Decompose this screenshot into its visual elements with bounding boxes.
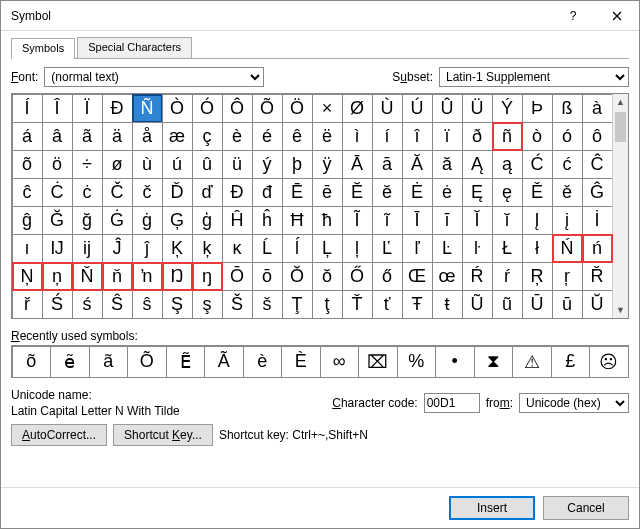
char-cell[interactable]: ĩ: [372, 206, 403, 235]
char-cell[interactable]: î: [402, 122, 433, 151]
char-cell[interactable]: ô: [582, 122, 613, 151]
recent-cell[interactable]: È: [281, 346, 321, 378]
char-cell[interactable]: Į: [522, 206, 553, 235]
close-button[interactable]: [595, 1, 639, 31]
char-cell[interactable]: ĺ: [282, 234, 313, 263]
char-cell[interactable]: Ć: [522, 150, 553, 179]
char-cell[interactable]: ö: [42, 150, 73, 179]
char-cell[interactable]: č: [132, 178, 163, 207]
char-cell[interactable]: Ŏ: [282, 262, 313, 291]
char-cell[interactable]: ā: [372, 150, 403, 179]
scroll-down-icon[interactable]: ▼: [613, 302, 628, 318]
char-cell[interactable]: Ù: [372, 94, 403, 123]
char-cell[interactable]: Ļ: [312, 234, 343, 263]
char-cell[interactable]: Đ: [222, 178, 253, 207]
char-cell[interactable]: ð: [462, 122, 493, 151]
char-cell[interactable]: Ċ: [42, 178, 73, 207]
char-cell[interactable]: õ: [12, 150, 43, 179]
recent-cell[interactable]: Ã: [204, 346, 244, 378]
char-cell[interactable]: ù: [132, 150, 163, 179]
char-cell[interactable]: Ĉ: [582, 150, 613, 179]
recent-cell[interactable]: ⚠: [512, 346, 552, 378]
char-cell[interactable]: Û: [432, 94, 463, 123]
recent-cell[interactable]: Õ: [127, 346, 167, 378]
char-cell[interactable]: Ø: [342, 94, 373, 123]
recent-cell[interactable]: è: [243, 346, 283, 378]
char-cell[interactable]: ī: [432, 206, 463, 235]
char-code-input[interactable]: [424, 393, 480, 413]
char-cell[interactable]: û: [192, 150, 223, 179]
char-cell[interactable]: ě: [552, 178, 583, 207]
char-cell[interactable]: æ: [162, 122, 193, 151]
cancel-button[interactable]: Cancel: [543, 496, 629, 520]
char-cell[interactable]: Ô: [222, 94, 253, 123]
char-cell[interactable]: ó: [552, 122, 583, 151]
char-cell[interactable]: ĸ: [222, 234, 253, 263]
char-cell[interactable]: Ğ: [42, 206, 73, 235]
char-cell[interactable]: ŀ: [462, 234, 493, 263]
char-cell[interactable]: Ě: [522, 178, 553, 207]
char-cell[interactable]: ŉ: [132, 262, 163, 291]
char-cell[interactable]: Ŧ: [402, 290, 433, 319]
scrollbar[interactable]: ▲ ▼: [612, 94, 628, 318]
char-cell[interactable]: Ă: [402, 150, 433, 179]
char-cell[interactable]: Ñ: [132, 94, 163, 123]
char-cell[interactable]: Ņ: [12, 262, 43, 291]
char-cell[interactable]: Ð: [102, 94, 133, 123]
recent-cell[interactable]: Ẽ: [166, 346, 206, 378]
char-cell[interactable]: ļ: [342, 234, 373, 263]
char-cell[interactable]: Ŗ: [522, 262, 553, 291]
char-cell[interactable]: Ģ: [162, 206, 193, 235]
subset-select[interactable]: Latin-1 Supplement: [439, 67, 629, 87]
char-cell[interactable]: Ĥ: [222, 206, 253, 235]
scroll-up-icon[interactable]: ▲: [613, 94, 628, 110]
char-cell[interactable]: Ń: [552, 234, 583, 263]
char-cell[interactable]: Ď: [162, 178, 193, 207]
char-cell[interactable]: ü: [222, 150, 253, 179]
recent-cell[interactable]: £: [551, 346, 591, 378]
char-cell[interactable]: Ł: [492, 234, 523, 263]
char-cell[interactable]: Ö: [282, 94, 313, 123]
char-cell[interactable]: Ř: [582, 262, 613, 291]
char-cell[interactable]: ď: [192, 178, 223, 207]
char-cell[interactable]: Ĭ: [462, 206, 493, 235]
char-cell[interactable]: ŧ: [432, 290, 463, 319]
recent-grid[interactable]: õẽãÕẼÃèÈ∞⌧%•⧗⚠£☹: [11, 345, 629, 378]
tab-special-characters[interactable]: Special Characters: [77, 37, 192, 58]
char-cell[interactable]: ę: [492, 178, 523, 207]
char-cell[interactable]: Ŋ: [162, 262, 193, 291]
char-cell[interactable]: ï: [432, 122, 463, 151]
char-cell[interactable]: Í: [12, 94, 43, 123]
char-cell[interactable]: ħ: [312, 206, 343, 235]
char-cell[interactable]: ŗ: [552, 262, 583, 291]
char-cell[interactable]: ģ: [192, 206, 223, 235]
char-cell[interactable]: œ: [432, 262, 463, 291]
char-cell[interactable]: Ō: [222, 262, 253, 291]
char-cell[interactable]: ċ: [72, 178, 103, 207]
char-cell[interactable]: ņ: [42, 262, 73, 291]
char-cell[interactable]: ß: [552, 94, 583, 123]
char-cell[interactable]: Î: [42, 94, 73, 123]
char-cell[interactable]: þ: [282, 150, 313, 179]
recent-cell[interactable]: ⧗: [474, 346, 514, 378]
char-cell[interactable]: Ó: [192, 94, 223, 123]
char-cell[interactable]: ő: [372, 262, 403, 291]
char-cell[interactable]: ë: [312, 122, 343, 151]
char-cell[interactable]: Ş: [162, 290, 193, 319]
char-cell[interactable]: ø: [102, 150, 133, 179]
char-cell[interactable]: Ķ: [162, 234, 193, 263]
char-cell[interactable]: ı: [12, 234, 43, 263]
char-cell[interactable]: Ē: [282, 178, 313, 207]
char-cell[interactable]: é: [252, 122, 283, 151]
char-cell[interactable]: ś: [72, 290, 103, 319]
char-cell[interactable]: Œ: [402, 262, 433, 291]
char-cell[interactable]: ê: [282, 122, 313, 151]
char-cell[interactable]: đ: [252, 178, 283, 207]
char-cell[interactable]: ū: [552, 290, 583, 319]
tab-symbols[interactable]: Symbols: [11, 38, 75, 59]
recent-cell[interactable]: ☹: [589, 346, 629, 378]
from-select[interactable]: Unicode (hex): [519, 393, 629, 413]
char-cell[interactable]: ç: [192, 122, 223, 151]
char-cell[interactable]: ţ: [312, 290, 343, 319]
char-cell[interactable]: Š: [222, 290, 253, 319]
